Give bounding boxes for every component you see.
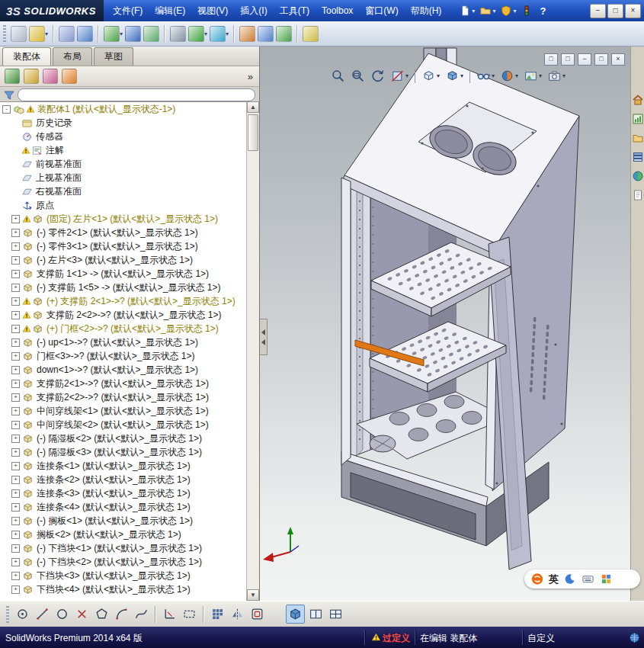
tab-布局[interactable]: 布局 (53, 47, 92, 66)
file-explorer-icon[interactable] (632, 132, 644, 144)
tree-item[interactable]: +(+) 支撑筋 2<1>->? (默认<默认>_显示状态 1>) (0, 294, 248, 308)
expander-icon[interactable]: + (11, 476, 20, 484)
tree-item[interactable]: +中间穿线架<2> (默认<默认>_显示状态 1>) (0, 418, 248, 431)
tree-item[interactable]: +(-) 零件3<1> (默认<默认>_显示状态 1>) (0, 239, 248, 253)
expander-icon[interactable]: + (11, 325, 20, 333)
previous-window-icon[interactable]: □ (544, 53, 558, 66)
tree-item[interactable]: 前视基准面 (0, 157, 248, 171)
tree-item[interactable]: +连接条<1> (默认<默认>_显示状态 1>) (0, 459, 248, 473)
appearances-icon[interactable] (632, 170, 644, 182)
tree-item[interactable]: +(-) 左片<3> (默认<默认>_显示状态 1>) (0, 253, 248, 267)
expander-icon[interactable]: + (11, 517, 20, 525)
expander-icon[interactable]: + (11, 215, 20, 223)
tree-item[interactable]: 上视基准面 (0, 171, 248, 184)
tree-item[interactable]: +支撑筋2<2>->? (默认<默认>_显示状态 1>) (0, 390, 248, 404)
custom-properties-icon[interactable] (632, 189, 644, 201)
tree-item[interactable]: +下挡块<3> (默认<默认>_显示状态 1>) (0, 569, 248, 582)
tree-item[interactable]: +(-) 隔湿板<2> (默认<默认>_显示状态 1>) (0, 431, 248, 445)
tree-item[interactable]: +(固定) 左片<1> (默认<默认>_显示状态 1>) (0, 212, 248, 226)
expander-icon[interactable]: + (11, 462, 20, 470)
view-orientation-button[interactable]: ▾ (421, 68, 441, 84)
expander-icon[interactable]: + (11, 448, 20, 457)
menu-item[interactable]: Toolbox (316, 0, 359, 21)
model-canvas[interactable] (260, 47, 630, 601)
expander-icon[interactable]: + (11, 503, 20, 512)
filter-funnel-icon[interactable] (4, 90, 14, 101)
design-library-icon[interactable] (632, 113, 644, 125)
menu-item[interactable]: 窗口(W) (359, 0, 404, 21)
tree-item[interactable]: -装配体1 (默认<默认_显示状态-1>) (0, 102, 248, 116)
mate-button[interactable] (59, 26, 75, 42)
expander-icon[interactable]: + (11, 297, 20, 306)
propertymanager-icon[interactable] (24, 69, 39, 84)
tree-item[interactable]: +(+) 门框<2>->? (默认<默认>_显示状态 1>) (0, 322, 248, 335)
tab-草图[interactable]: 草图 (94, 47, 133, 66)
toolbar-grip[interactable] (6, 606, 9, 623)
displaymanager-icon[interactable] (62, 69, 77, 84)
ime-language-indicator[interactable]: 英 (549, 573, 559, 586)
hide-show-items-button[interactable]: ▾ (476, 68, 495, 84)
exploded-view-button[interactable] (276, 26, 292, 42)
edit-appearance-button[interactable]: ▾ (499, 68, 519, 84)
menu-item[interactable]: 工具(T) (274, 0, 316, 21)
tree-item[interactable]: +(-) up<1>->? (默认<默认>_显示状态 1>) (0, 335, 248, 349)
graphics-viewport[interactable]: ▾▾▾▾▾▾▾ □□−□× (260, 47, 630, 601)
bill-of-materials-button[interactable] (258, 26, 274, 42)
tree-item[interactable]: +搁板<2> (默认<默认>_显示状态 1>) (0, 528, 248, 541)
trim-entities-button[interactable] (73, 605, 91, 623)
tree-item[interactable]: 传感器 (0, 130, 248, 143)
expander-icon[interactable]: + (11, 366, 20, 374)
tree-item[interactable]: 右视基准面 (0, 184, 248, 198)
menu-item[interactable]: 视图(V) (191, 0, 234, 21)
expander-icon[interactable]: + (11, 270, 20, 278)
overdefined-status[interactable]: 过定义 (383, 632, 410, 645)
expander-icon[interactable]: + (11, 572, 20, 580)
expander-icon[interactable]: + (11, 284, 20, 292)
tree-item[interactable]: +(-) 隔湿板<3> (默认<默认>_显示状态 1>) (0, 445, 248, 459)
expander-icon[interactable]: + (11, 421, 20, 429)
tree-item[interactable]: +(-) 搁板<1> (默认<默认>_显示状态 1>) (0, 514, 248, 528)
two-viewport-button[interactable] (307, 605, 325, 623)
tree-item[interactable]: +连接条<4> (默认<默认>_显示状态 1>) (0, 500, 248, 514)
scrollbar-thumb[interactable] (248, 114, 258, 151)
panel-overflow-button[interactable]: » (248, 71, 255, 82)
expander-icon[interactable]: + (11, 352, 20, 361)
sogou-logo-icon[interactable] (531, 573, 543, 585)
section-view-button[interactable]: ▾ (389, 68, 409, 84)
toolbar-grip[interactable] (3, 25, 6, 42)
tree-item[interactable]: +支撑筋2<1>->? (默认<默认>_显示状态 1>) (0, 377, 248, 390)
next-window-icon[interactable]: □ (561, 53, 575, 66)
zoom-to-area-button[interactable] (350, 68, 366, 84)
tree-item[interactable]: 注解 (0, 143, 248, 157)
soft-keyboard-icon[interactable] (582, 573, 594, 585)
help-button[interactable]: ? (540, 5, 546, 17)
tree-item[interactable]: +(-) 零件2<1> (默认<默认>_显示状态 1>) (0, 226, 248, 239)
expander-icon[interactable]: + (11, 585, 20, 594)
show-hidden-components-button[interactable] (170, 26, 186, 42)
maximize-button[interactable]: □ (607, 4, 623, 18)
solidworks-help-icon[interactable]: ▾ (499, 4, 517, 18)
external-references-button[interactable]: ▾ (29, 26, 48, 42)
close-button[interactable]: × (625, 4, 641, 18)
expander-icon[interactable]: - (2, 105, 11, 114)
quick-tips-icon[interactable] (629, 632, 640, 643)
tree-item[interactable]: +(-) 支撑筋 1<5> -> (默认<默认>_显示状态 1>) (0, 281, 248, 294)
expander-icon[interactable]: + (11, 558, 20, 566)
menu-item[interactable]: 编辑(E) (149, 0, 191, 21)
view-palette-icon[interactable] (632, 151, 644, 163)
apply-scene-button[interactable]: ▾ (523, 68, 543, 84)
sketch-point-button[interactable] (14, 605, 31, 623)
expander-icon[interactable]: + (11, 311, 20, 319)
tree-item[interactable]: +支撑筋 1<1> -> (默认<默认>_显示状态 1>) (0, 267, 248, 281)
expander-icon[interactable]: + (11, 435, 20, 443)
tree-item[interactable]: +中间穿线架<1> (默认<默认>_显示状态 1>) (0, 404, 248, 418)
assembly-features-button[interactable]: ▾ (188, 26, 207, 42)
construction-geometry-button[interactable] (181, 605, 198, 623)
smart-dimension-button[interactable] (161, 605, 178, 623)
close-window-icon[interactable]: × (611, 53, 625, 66)
tree-item[interactable]: +门框<3>->? (默认<默认>_显示状态 1>) (0, 349, 248, 363)
tree-item[interactable]: +下挡块<4> (默认<默认>_显示状态 1>) (0, 582, 248, 596)
menu-item[interactable]: 插入(I) (234, 0, 273, 21)
tree-item[interactable]: +(-) 下挡块<2> (默认<默认>_显示状态 1>) (0, 555, 248, 569)
previous-view-button[interactable] (370, 68, 386, 84)
